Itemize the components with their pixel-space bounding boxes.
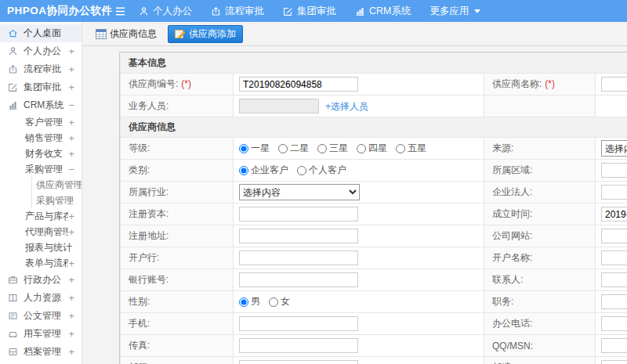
sidebar-item[interactable]: 表单与流程设置+ bbox=[0, 255, 82, 271]
form-label: 邮箱: bbox=[121, 357, 234, 364]
expand-icon[interactable]: + bbox=[68, 329, 82, 339]
text-input[interactable] bbox=[239, 250, 358, 265]
text-input[interactable] bbox=[601, 250, 627, 265]
text-input[interactable] bbox=[239, 207, 358, 222]
select-person-link[interactable]: +选择人员 bbox=[325, 101, 368, 112]
sidebar-item[interactable]: 产品与库存+ bbox=[0, 208, 82, 224]
sidebar-item-label: 公文管理 bbox=[24, 309, 68, 323]
text-input[interactable] bbox=[601, 272, 627, 287]
radio-option[interactable]: 二星 bbox=[278, 142, 309, 155]
radio-option-label: 个人客户 bbox=[309, 164, 346, 177]
expand-icon[interactable]: + bbox=[68, 293, 82, 303]
select-input[interactable]: 选择内容 bbox=[239, 184, 360, 200]
expand-icon[interactable]: + bbox=[68, 46, 82, 56]
sidebar-item[interactable]: 个人办公+ bbox=[0, 42, 82, 60]
text-input[interactable] bbox=[601, 77, 627, 92]
nav-item[interactable]: 集团审批 bbox=[283, 0, 336, 22]
expand-icon[interactable]: + bbox=[68, 347, 82, 357]
sidebar-item[interactable]: 流程审批+ bbox=[0, 60, 82, 78]
sidebar-item[interactable]: 报表与统计 bbox=[0, 240, 82, 255]
nav-item[interactable]: CRM系统 bbox=[355, 0, 411, 22]
form-label: 等级: bbox=[121, 138, 234, 160]
radio-option[interactable]: 四星 bbox=[357, 142, 387, 155]
text-input[interactable] bbox=[239, 229, 358, 243]
sidebar-item[interactable]: 采购管理 bbox=[0, 193, 82, 208]
sidebar-item[interactable]: 客户管理+ bbox=[0, 114, 82, 130]
collapse-icon[interactable]: − bbox=[68, 100, 82, 110]
expand-icon[interactable]: + bbox=[68, 311, 82, 321]
radio-option[interactable]: 男 bbox=[239, 295, 260, 308]
radio-button[interactable] bbox=[239, 166, 248, 175]
text-input[interactable] bbox=[239, 272, 358, 287]
radio-option[interactable]: 三星 bbox=[317, 142, 348, 155]
text-input[interactable] bbox=[239, 77, 358, 92]
text-input[interactable] bbox=[601, 185, 627, 200]
form-label: 所属行业: bbox=[121, 182, 234, 204]
sidebar-item[interactable]: 公文管理+ bbox=[0, 307, 82, 325]
expand-icon[interactable]: + bbox=[68, 258, 82, 268]
radio-option[interactable]: 一星 bbox=[239, 142, 270, 155]
expand-icon[interactable]: + bbox=[68, 64, 82, 74]
radio-group: 企业客户个人客户 bbox=[239, 164, 483, 177]
text-input[interactable] bbox=[601, 294, 627, 309]
sidebar-item-label: 供应商管理 bbox=[36, 178, 82, 192]
sidebar-item[interactable]: CRM系统− bbox=[0, 96, 82, 114]
text-input[interactable] bbox=[239, 99, 319, 114]
radio-option[interactable]: 五星 bbox=[396, 142, 426, 155]
expand-icon[interactable]: + bbox=[68, 133, 82, 143]
text-input[interactable] bbox=[239, 316, 358, 331]
radio-button[interactable] bbox=[269, 297, 278, 307]
text-input[interactable] bbox=[601, 360, 627, 364]
sidebar-item[interactable]: 档案管理+ bbox=[0, 343, 82, 361]
sidebar-item[interactable]: 财务收支+ bbox=[0, 146, 82, 161]
select-input[interactable]: 选择内容 bbox=[601, 140, 627, 157]
supplier-form-table: 基本信息供应商编号:(*)供应商名称:(*)业务人员:+选择人员供应商信息等级:… bbox=[120, 52, 627, 364]
nav-item[interactable]: 更多应用 bbox=[429, 0, 480, 22]
radio-option[interactable]: 女 bbox=[269, 295, 290, 308]
sidebar-item[interactable]: 集团审批+ bbox=[0, 78, 82, 96]
sidebar-item[interactable]: 代理商管理+ bbox=[0, 224, 82, 240]
sidebar-item[interactable]: 采购管理− bbox=[0, 161, 82, 177]
radio-button[interactable] bbox=[239, 144, 248, 153]
sidebar-item[interactable]: 人力资源+ bbox=[0, 289, 82, 307]
expand-icon[interactable]: + bbox=[68, 227, 82, 237]
field-label-text: 职务: bbox=[492, 296, 513, 307]
tab-inactive[interactable]: 供应商信息 bbox=[92, 25, 161, 43]
sidebar-item[interactable]: 用车管理+ bbox=[0, 325, 82, 343]
expand-icon[interactable]: + bbox=[68, 117, 82, 128]
nav-item[interactable]: 个人办公 bbox=[139, 0, 192, 22]
text-input[interactable] bbox=[239, 338, 358, 353]
radio-button[interactable] bbox=[278, 144, 288, 153]
radio-button[interactable] bbox=[396, 144, 405, 153]
form-field-cell bbox=[596, 74, 627, 96]
sidebar-item[interactable]: 销售管理+ bbox=[0, 130, 82, 146]
expand-icon[interactable]: + bbox=[68, 149, 82, 159]
caret-down-icon bbox=[474, 9, 480, 13]
sidebar-item[interactable]: 个人桌面 bbox=[0, 24, 82, 42]
expand-icon[interactable]: + bbox=[68, 82, 82, 92]
add-icon bbox=[175, 29, 186, 39]
nav-item[interactable]: 流程审批 bbox=[211, 0, 264, 22]
form-label bbox=[484, 96, 596, 117]
radio-button[interactable] bbox=[239, 297, 248, 307]
sidebar-item[interactable]: 供应商管理 bbox=[0, 177, 82, 193]
collapse-icon[interactable]: − bbox=[68, 164, 82, 175]
radio-button[interactable] bbox=[357, 144, 366, 153]
tab-active[interactable]: 供应商添加 bbox=[168, 25, 243, 43]
radio-button[interactable] bbox=[297, 166, 306, 175]
text-input[interactable] bbox=[601, 316, 627, 331]
field-label-text: 传真: bbox=[129, 340, 150, 351]
text-input[interactable] bbox=[601, 163, 627, 178]
text-input[interactable] bbox=[239, 360, 358, 364]
text-input[interactable] bbox=[601, 338, 627, 353]
form-field-cell: 企业客户个人客户 bbox=[234, 160, 484, 182]
expand-icon[interactable]: + bbox=[68, 275, 82, 285]
sidebar-item[interactable]: 行政办公+ bbox=[0, 271, 82, 289]
radio-option[interactable]: 个人客户 bbox=[297, 164, 346, 177]
radio-button[interactable] bbox=[317, 144, 327, 153]
radio-option[interactable]: 企业客户 bbox=[239, 164, 288, 177]
text-input[interactable] bbox=[601, 207, 627, 222]
expand-icon[interactable]: + bbox=[68, 211, 82, 222]
text-input[interactable] bbox=[601, 229, 627, 243]
hamburger-menu-icon[interactable] bbox=[114, 6, 126, 16]
